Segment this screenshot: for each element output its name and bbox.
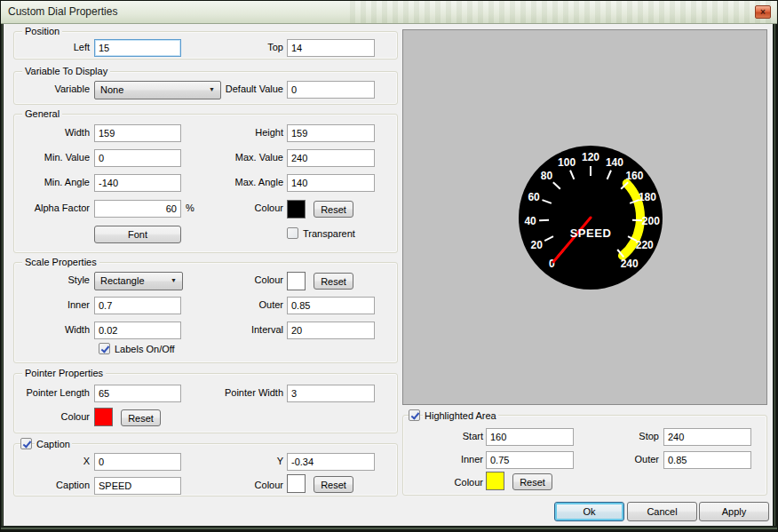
left-label: Left <box>36 42 90 52</box>
caption-y-input[interactable] <box>287 453 375 471</box>
scale-inner-input[interactable] <box>94 297 181 314</box>
height-input[interactable] <box>287 124 375 142</box>
highlight-stop-label: Stop <box>606 431 659 441</box>
height-label: Height <box>212 127 283 138</box>
cancel-button[interactable]: Cancel <box>627 502 697 521</box>
highlight-inner-label: Inner <box>430 454 483 465</box>
pointer-length-input[interactable] <box>94 385 181 402</box>
highlighted-area-checkbox[interactable] <box>409 409 420 421</box>
caption-text-input[interactable] <box>94 477 181 495</box>
svg-text:80: 80 <box>541 170 553 182</box>
pointer-colour-swatch[interactable] <box>94 408 113 426</box>
caption-group-label: Caption <box>35 439 72 449</box>
caption-x-label: X <box>19 456 90 466</box>
highlight-outer-label: Outer <box>606 454 659 465</box>
scale-outer-label: Outer <box>212 299 283 310</box>
style-select[interactable]: Rectangle ▼ <box>94 272 183 290</box>
percent-label: % <box>186 202 194 213</box>
pointer-width-label: Pointer Width <box>205 387 283 398</box>
apply-button[interactable]: Apply <box>699 502 769 521</box>
window-frame-left <box>1 24 4 528</box>
svg-text:120: 120 <box>582 151 599 163</box>
window-frame-bottom <box>1 526 777 531</box>
top-label: Top <box>223 42 283 52</box>
window-frame-right <box>773 24 777 528</box>
svg-text:100: 100 <box>558 156 576 169</box>
style-label: Style <box>19 274 90 285</box>
chevron-down-icon: ▼ <box>171 277 177 283</box>
top-input[interactable] <box>287 39 375 57</box>
variable-label: Variable <box>28 83 90 94</box>
highlight-start-label: Start <box>430 431 483 441</box>
pointer-width-input[interactable] <box>287 385 375 402</box>
caption-text-label: Caption <box>19 480 90 490</box>
default-value-input[interactable] <box>287 81 375 99</box>
max-angle-label: Max. Angle <box>212 177 283 187</box>
max-value-input[interactable] <box>287 149 375 167</box>
svg-text:200: 200 <box>642 215 660 227</box>
max-angle-input[interactable] <box>287 174 375 192</box>
highlight-inner-input[interactable] <box>486 451 574 469</box>
min-value-input[interactable] <box>94 149 181 167</box>
scale-width-input[interactable] <box>94 322 181 339</box>
group-pointer-label: Pointer Properties <box>22 368 106 378</box>
scale-colour-label: Colour <box>212 274 283 285</box>
font-button[interactable]: Font <box>94 226 181 243</box>
caption-y-label: Y <box>223 456 283 466</box>
highlight-outer-input[interactable] <box>663 451 751 469</box>
general-colour-reset-button[interactable]: Reset <box>314 201 353 218</box>
svg-text:180: 180 <box>639 191 656 203</box>
scale-outer-input[interactable] <box>287 297 375 314</box>
transparent-checkbox[interactable] <box>287 227 298 239</box>
highlight-colour-reset-button[interactable]: Reset <box>512 473 552 490</box>
scale-inner-label: Inner <box>19 299 90 310</box>
svg-text:SPEED: SPEED <box>570 226 612 240</box>
svg-text:60: 60 <box>528 191 540 203</box>
highlight-colour-label: Colour <box>430 477 483 488</box>
transparent-label: Transparent <box>301 228 357 239</box>
alpha-factor-input[interactable] <box>94 200 181 218</box>
interval-input[interactable] <box>287 322 375 339</box>
highlight-start-input[interactable] <box>486 428 574 446</box>
group-pointer <box>13 373 398 433</box>
pointer-length-label: Pointer Length <box>12 387 90 398</box>
interval-label: Interval <box>212 324 283 335</box>
group-scale-label: Scale Properties <box>22 257 99 267</box>
title-bar[interactable]: Custom Dial Properties × <box>1 1 777 24</box>
caption-x-input[interactable] <box>94 453 181 471</box>
labels-on-off-label: Labels On/Off <box>113 344 177 354</box>
scale-colour-swatch[interactable] <box>287 272 306 290</box>
general-colour-swatch[interactable] <box>287 200 306 218</box>
svg-text:220: 220 <box>636 239 654 251</box>
min-angle-input[interactable] <box>94 174 181 192</box>
window-title: Custom Dial Properties <box>8 5 117 18</box>
scale-colour-reset-button[interactable]: Reset <box>314 273 353 290</box>
general-colour-label: Colour <box>212 202 283 213</box>
scale-width-label: Width <box>19 324 90 335</box>
pointer-colour-reset-button[interactable]: Reset <box>121 409 161 426</box>
width-label: Width <box>19 127 90 138</box>
width-input[interactable] <box>94 124 181 142</box>
group-variable-label: Variable To Display <box>22 66 110 76</box>
default-value-label: Default Value <box>205 83 283 94</box>
variable-select[interactable]: None ▼ <box>94 81 221 99</box>
max-value-label: Max. Value <box>212 152 283 163</box>
alpha-factor-label: Alpha Factor <box>14 202 90 213</box>
highlight-colour-swatch[interactable] <box>486 472 504 490</box>
labels-on-off-checkbox[interactable] <box>99 343 110 354</box>
caption-colour-reset-button[interactable]: Reset <box>314 476 353 493</box>
close-icon[interactable]: × <box>755 5 771 19</box>
caption-checkbox[interactable] <box>20 438 32 449</box>
left-input[interactable] <box>94 39 181 57</box>
titlebar-texture <box>350 1 777 23</box>
group-general-label: General <box>22 108 62 119</box>
pointer-colour-label: Colour <box>19 411 90 422</box>
style-select-value: Rectangle <box>100 275 145 286</box>
svg-text:40: 40 <box>524 215 536 227</box>
ok-button[interactable]: Ok <box>554 502 624 521</box>
min-angle-label: Min. Angle <box>19 177 90 187</box>
dial-gauge: 020406080100120140160180200220240SPEED <box>511 138 671 298</box>
caption-colour-swatch[interactable] <box>287 474 306 493</box>
highlighted-area-label: Highlighted Area <box>423 410 498 421</box>
highlight-stop-input[interactable] <box>663 428 751 446</box>
